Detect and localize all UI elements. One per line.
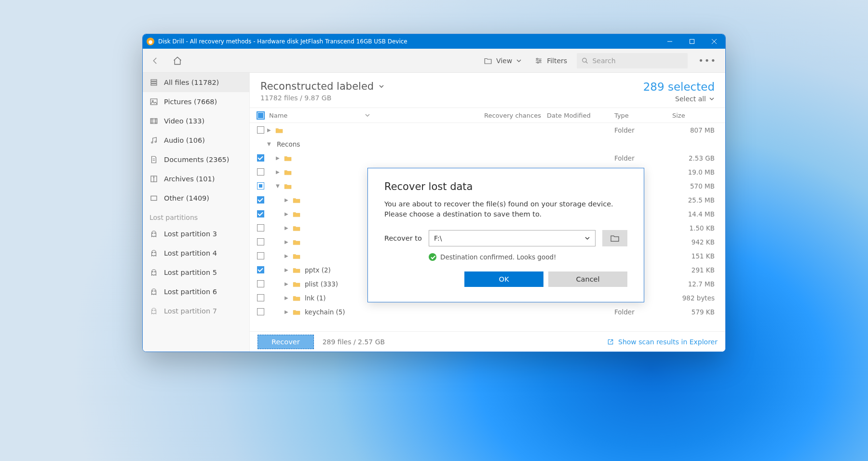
minimize-button[interactable] (659, 34, 681, 49)
expand-icon[interactable]: ▶ (285, 211, 292, 217)
sidebar-item-partition-6[interactable]: Lost partition 6 (143, 282, 249, 301)
col-size[interactable]: Size (672, 112, 725, 119)
sidebar-item-video[interactable]: Video (133) (143, 111, 249, 131)
expand-icon[interactable]: ▶ (285, 309, 292, 314)
folder-icon (292, 267, 301, 273)
select-all-button[interactable]: Select all (643, 95, 715, 103)
table-row[interactable]: ▶ keychain (5) Folder 579 KB (250, 305, 725, 319)
dest-confirm: Destination confirmed. Looks good! (429, 253, 627, 261)
app-window: ● Disk Drill - All recovery methods - Ha… (142, 34, 726, 352)
breadcrumb[interactable]: Reconstructed labeled (260, 81, 643, 92)
footer: Recover 289 files / 2.57 GB Show scan re… (250, 331, 725, 352)
sidebar-item-documents[interactable]: Documents (2365) (143, 150, 249, 169)
row-checkbox[interactable] (257, 182, 264, 190)
expand-icon[interactable]: ▶ (285, 253, 292, 258)
column-headers: Name Recovery chances Date Modified Type… (250, 108, 725, 123)
sidebar-item-partition-4[interactable]: Lost partition 4 (143, 244, 249, 263)
folder-icon (484, 56, 492, 65)
collapse-icon[interactable]: ▼ (267, 141, 275, 147)
search-input[interactable] (592, 57, 683, 65)
svg-point-18 (155, 252, 156, 253)
row-checkbox[interactable] (257, 266, 264, 273)
sidebar-item-partition-7[interactable]: Lost partition 7 (143, 301, 249, 321)
row-checkbox[interactable] (257, 224, 264, 231)
expand-icon[interactable]: ▶ (285, 225, 292, 230)
row-checkbox[interactable] (257, 154, 264, 162)
sidebar-item-archives[interactable]: Archives (101) (143, 169, 249, 189)
col-date-modified[interactable]: Date Modified (547, 112, 614, 119)
table-row[interactable]: ▶ Folder 2.53 GB (250, 151, 725, 165)
footer-summary: 289 files / 2.57 GB (323, 338, 385, 346)
group-row[interactable]: ▼ Recons (250, 137, 725, 151)
row-checkbox[interactable] (257, 126, 264, 134)
table-row[interactable]: ▶ Folder 807 MB (250, 123, 725, 137)
sidebar-item-all-files[interactable]: All files (11782) (143, 73, 249, 92)
expand-icon[interactable]: ▶ (276, 155, 284, 161)
expand-icon[interactable]: ▶ (285, 281, 292, 286)
svg-point-4 (583, 58, 586, 62)
sidebar-item-audio[interactable]: Audio (106) (143, 131, 249, 150)
row-checkbox[interactable] (257, 168, 264, 176)
sliders-icon (534, 56, 543, 65)
col-name[interactable]: Name (269, 112, 287, 119)
view-button[interactable]: View (481, 56, 525, 65)
expand-icon[interactable]: ▶ (285, 295, 292, 300)
expand-icon[interactable]: ▶ (285, 197, 292, 203)
row-checkbox[interactable] (257, 252, 264, 259)
row-checkbox[interactable] (257, 280, 264, 287)
expand-icon[interactable]: ▼ (276, 183, 284, 189)
svg-point-15 (152, 233, 153, 234)
chevron-down-icon (709, 96, 715, 102)
chevron-down-icon (379, 83, 384, 89)
more-button[interactable]: ••• (694, 55, 720, 66)
col-type[interactable]: Type (614, 112, 672, 119)
folder-icon (610, 234, 620, 242)
archive-icon (149, 175, 158, 183)
col-recovery-chances[interactable]: Recovery chances (484, 112, 547, 119)
file-count-summary: 11782 files / 9.87 GB (260, 94, 643, 102)
maximize-button[interactable] (681, 34, 703, 49)
expand-icon[interactable]: ▶ (285, 239, 292, 244)
ghost-icon (149, 230, 158, 238)
home-button[interactable] (170, 53, 185, 68)
row-checkbox[interactable] (257, 196, 264, 203)
close-button[interactable] (703, 34, 725, 49)
external-link-icon (607, 338, 614, 346)
picture-icon (149, 97, 158, 106)
svg-point-21 (152, 291, 153, 292)
dialog-cancel-button[interactable]: Cancel (548, 271, 627, 287)
sidebar-section-lost: Lost partitions (143, 208, 249, 224)
svg-rect-14 (151, 196, 157, 201)
recover-button[interactable]: Recover (258, 335, 314, 349)
row-checkbox[interactable] (257, 238, 264, 245)
sidebar-item-other[interactable]: Other (1409) (143, 189, 249, 208)
folder-icon (292, 253, 301, 259)
svg-point-24 (155, 310, 156, 311)
browse-button[interactable] (602, 230, 627, 246)
svg-rect-6 (151, 82, 157, 83)
dialog-ok-button[interactable]: OK (464, 271, 543, 287)
row-checkbox[interactable] (257, 308, 264, 315)
row-checkbox[interactable] (257, 210, 264, 217)
svg-point-12 (155, 141, 156, 143)
sidebar: All files (11782) Pictures (7668) Video … (143, 73, 250, 352)
titlebar: ● Disk Drill - All recovery methods - Ha… (143, 34, 725, 49)
sidebar-item-partition-5[interactable]: Lost partition 5 (143, 263, 249, 282)
sidebar-item-pictures[interactable]: Pictures (7668) (143, 92, 249, 111)
audio-icon (149, 136, 158, 145)
chevron-down-icon[interactable] (365, 112, 370, 118)
expand-icon[interactable]: ▶ (285, 267, 292, 272)
svg-point-11 (151, 142, 153, 143)
back-button[interactable] (148, 53, 163, 68)
search-icon (582, 57, 588, 65)
expand-icon[interactable]: ▶ (276, 169, 284, 175)
dest-select[interactable]: F:\ (429, 230, 596, 246)
sidebar-item-partition-3[interactable]: Lost partition 3 (143, 224, 249, 244)
show-in-explorer-link[interactable]: Show scan results in Explorer (607, 338, 718, 346)
header-checkbox[interactable] (257, 111, 265, 120)
dest-label: Recover to (384, 234, 422, 242)
filters-button[interactable]: Filters (531, 56, 570, 65)
expand-icon[interactable]: ▶ (267, 127, 275, 133)
row-checkbox[interactable] (257, 294, 264, 301)
chevron-down-icon (516, 58, 522, 64)
